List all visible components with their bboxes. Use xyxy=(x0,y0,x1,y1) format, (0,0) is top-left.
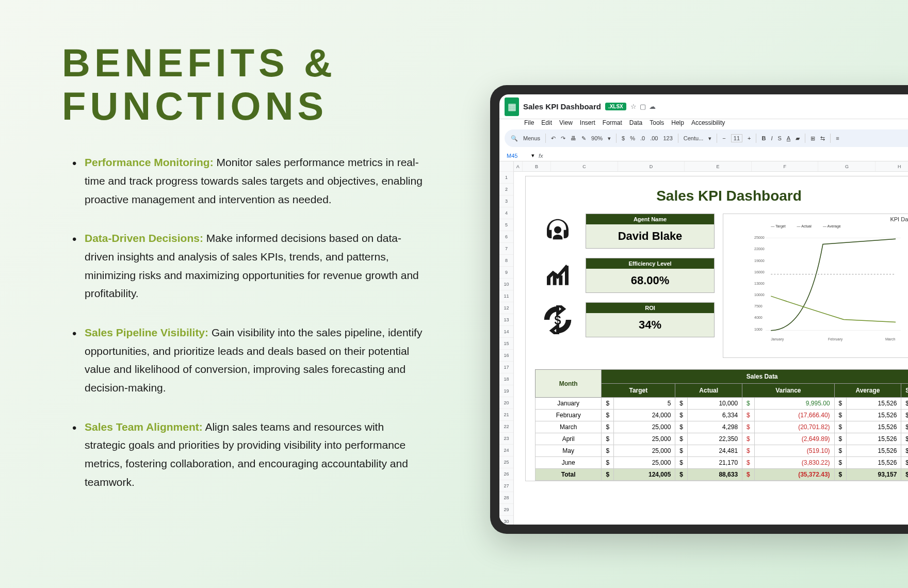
table-row[interactable]: April $25,000 $22,350 $(2,649.89) $15,52… xyxy=(536,433,909,445)
star-icon[interactable]: ☆ xyxy=(630,103,637,110)
currency-icon[interactable]: $ xyxy=(622,135,625,141)
chevron-down-icon[interactable]: ▾ xyxy=(708,135,711,142)
undo-icon[interactable]: ↶ xyxy=(551,135,556,142)
column-header[interactable]: C xyxy=(551,161,618,171)
month-cell: March xyxy=(536,421,602,433)
row-header[interactable]: 14 xyxy=(499,326,513,338)
bold-icon[interactable]: B xyxy=(761,135,766,141)
menu-tools[interactable]: Tools xyxy=(650,119,664,126)
table-row[interactable]: June $25,000 $21,170 $(3,830.22) $15,526… xyxy=(536,457,909,469)
menu-help[interactable]: Help xyxy=(671,119,684,126)
column-header[interactable]: E xyxy=(685,161,752,171)
font-size-input[interactable]: 11 xyxy=(731,134,742,142)
row-header[interactable]: 5 xyxy=(499,219,513,231)
row-header[interactable]: 30 xyxy=(499,516,513,525)
align-icon[interactable]: ≡ xyxy=(836,135,839,141)
kpi-label: ROI xyxy=(586,303,714,313)
dashboard-title: Sales KPI Dashboard xyxy=(535,183,908,214)
row-header[interactable]: 1 xyxy=(499,172,513,184)
increase-font-icon[interactable]: + xyxy=(748,135,751,141)
roi-icon: $ xyxy=(539,303,576,336)
search-menus[interactable]: Menus xyxy=(523,135,540,141)
name-box[interactable]: M45 xyxy=(507,153,527,159)
decrease-decimal-icon[interactable]: .0 xyxy=(640,135,645,141)
svg-text:7500: 7500 xyxy=(754,304,763,308)
row-header[interactable]: 15 xyxy=(499,338,513,350)
menu-insert[interactable]: Insert xyxy=(580,119,595,126)
decrease-font-icon[interactable]: − xyxy=(722,135,725,141)
menu-file[interactable]: File xyxy=(524,119,534,126)
percent-icon[interactable]: % xyxy=(630,135,635,141)
table-row[interactable]: February $24,000 $6,334 $(17,666.40) $15… xyxy=(536,410,909,421)
search-icon[interactable]: 🔍 xyxy=(511,135,518,142)
row-header[interactable]: 26 xyxy=(499,468,513,480)
row-header[interactable]: 27 xyxy=(499,480,513,492)
svg-text:— Target: — Target xyxy=(771,224,786,228)
row-header[interactable]: 4 xyxy=(499,207,513,219)
toolbar: 🔍 Menus ↶ ↷ 🖶 ✎ 90%▾ $ % .0 .00 123 Cent… xyxy=(505,129,908,147)
row-header[interactable]: 21 xyxy=(499,409,513,421)
row-header[interactable]: 28 xyxy=(499,492,513,504)
table-row[interactable]: January $5 $10,000 $9,995.00 $15,526 $ xyxy=(536,398,909,410)
zoom-select[interactable]: 90% xyxy=(591,135,603,141)
row-header[interactable]: 6 xyxy=(499,231,513,243)
row-header[interactable]: 22 xyxy=(499,421,513,433)
increase-decimal-icon[interactable]: .00 xyxy=(650,135,658,141)
strikethrough-icon[interactable]: S xyxy=(777,135,781,141)
text-color-icon[interactable]: A xyxy=(787,135,790,141)
svg-text:— Actual: — Actual xyxy=(797,224,812,228)
row-header[interactable]: 23 xyxy=(499,433,513,445)
menu-view[interactable]: View xyxy=(559,119,573,126)
row-header[interactable]: 25 xyxy=(499,456,513,468)
kpi-agent-name: Agent Name David Blake xyxy=(539,214,715,249)
italic-icon[interactable]: I xyxy=(771,135,772,141)
chevron-down-icon[interactable]: ▾ xyxy=(531,152,534,159)
row-header[interactable]: 17 xyxy=(499,362,513,373)
redo-icon[interactable]: ↷ xyxy=(561,135,565,142)
print-icon[interactable]: 🖶 xyxy=(571,135,576,141)
row-header[interactable]: 20 xyxy=(499,397,513,409)
row-header[interactable]: 8 xyxy=(499,255,513,267)
row-header[interactable]: 18 xyxy=(499,373,513,385)
row-header[interactable]: 9 xyxy=(499,267,513,279)
column-header[interactable]: A xyxy=(514,161,523,171)
xlsx-badge: .XLSX xyxy=(605,103,626,110)
row-header[interactable]: 11 xyxy=(499,290,513,302)
column-header[interactable]: H xyxy=(875,161,908,171)
row-header[interactable]: 3 xyxy=(499,195,513,207)
merge-icon[interactable]: ⇆ xyxy=(820,135,825,142)
borders-icon[interactable]: ⊞ xyxy=(810,135,815,142)
sheets-header: ▦ Sales KPI Dashboard .XLSX ☆ ▢ ☁ xyxy=(499,94,908,119)
column-header[interactable]: F xyxy=(752,161,819,171)
kpi-value[interactable]: David Blake xyxy=(586,224,714,248)
row-header[interactable]: 29 xyxy=(499,504,513,516)
column-header[interactable]: B xyxy=(523,161,552,171)
menu-accessibility[interactable]: Accessibility xyxy=(691,119,725,126)
column-header[interactable]: G xyxy=(818,161,875,171)
row-header[interactable]: 7 xyxy=(499,243,513,255)
menu-edit[interactable]: Edit xyxy=(541,119,552,126)
row-header[interactable]: 13 xyxy=(499,314,513,326)
font-select[interactable]: Centu... xyxy=(684,135,704,141)
row-header[interactable]: 24 xyxy=(499,445,513,456)
bullet-item: Sales Pipeline Visibility: Gain visibili… xyxy=(72,323,423,397)
menu-format[interactable]: Format xyxy=(603,119,622,126)
chevron-down-icon[interactable]: ▾ xyxy=(608,135,611,142)
row-header[interactable]: 10 xyxy=(499,279,513,290)
table-row[interactable]: March $25,000 $4,298 $(20,701.82) $15,52… xyxy=(536,421,909,433)
menu-data[interactable]: Data xyxy=(629,119,642,126)
col-sala: Sala xyxy=(901,384,908,398)
table-row[interactable]: May $25,000 $24,481 $(519.10) $15,526 $ xyxy=(536,445,909,457)
row-header[interactable]: 16 xyxy=(499,350,513,362)
column-header[interactable]: D xyxy=(618,161,685,171)
fill-color-icon[interactable]: ▰ xyxy=(796,135,800,142)
cloud-icon[interactable]: ☁ xyxy=(649,103,656,110)
document-title[interactable]: Sales KPI Dashboard xyxy=(523,102,601,111)
row-header[interactable]: 2 xyxy=(499,184,513,195)
number-format-select[interactable]: 123 xyxy=(663,135,672,141)
svg-text:$: $ xyxy=(555,314,561,327)
row-header[interactable]: 19 xyxy=(499,385,513,397)
row-header[interactable]: 12 xyxy=(499,302,513,314)
move-icon[interactable]: ▢ xyxy=(640,103,646,110)
paint-format-icon[interactable]: ✎ xyxy=(581,135,586,142)
